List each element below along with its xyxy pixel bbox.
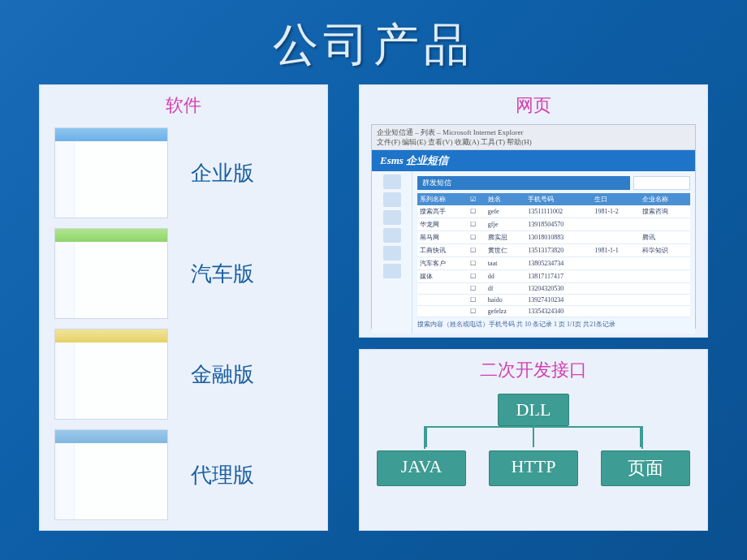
software-label-finance: 金融版: [191, 360, 254, 389]
table-row: 华龙网☐gfje13918504570: [417, 218, 690, 231]
web-panel: 网页 企业短信通 – 列表 – Microsoft Internet Explo…: [359, 84, 708, 338]
table-row: 黑马网☐腾实思13018010883腾讯: [417, 231, 690, 244]
sdk-node-java: JAVA: [377, 450, 466, 486]
sidebar-icon: [383, 228, 401, 243]
table-footer: 搜索内容（姓名或电话）手机号码 共 10 条记录 1 页 1/1页 共21条记录: [417, 320, 690, 329]
table-row: 媒体☐dd13817117417: [417, 270, 690, 283]
software-label-car: 汽车版: [191, 260, 254, 288]
th: ☑: [468, 193, 485, 205]
sidebar-icon: [383, 210, 401, 225]
th: 姓名: [486, 193, 525, 205]
section-box: [633, 176, 690, 190]
software-row-agent: 代理版: [51, 429, 316, 520]
software-thumb-car: [54, 228, 168, 319]
software-heading: 软件: [51, 93, 316, 118]
sidebar-icon: [383, 246, 401, 261]
software-thumb-enterprise: [54, 127, 168, 218]
software-thumb-agent: [54, 429, 168, 520]
web-sidebar: [372, 171, 412, 334]
web-brand: Esms 企业短信: [372, 150, 695, 171]
software-row-car: 汽车版: [51, 228, 316, 319]
web-heading: 网页: [371, 93, 696, 118]
right-column: 网页 企业短信通 – 列表 – Microsoft Internet Explo…: [359, 84, 708, 531]
th: 企业名称: [640, 193, 691, 205]
table-row: ☐df13204320530: [417, 283, 690, 295]
sdk-heading: 二次开发接口: [371, 358, 696, 382]
th: 手机号码: [525, 193, 592, 205]
browser-title: 企业短信通 – 列表 – Microsoft Internet Explorer: [377, 127, 690, 137]
web-screenshot: 企业短信通 – 列表 – Microsoft Internet Explorer…: [371, 124, 696, 329]
software-label-agent: 代理版: [191, 461, 254, 489]
section-label: 群发短信: [417, 176, 630, 190]
th: 系列名称: [417, 193, 468, 205]
software-row-finance: 金融版: [51, 329, 316, 420]
slide-title: 公司产品: [0, 0, 747, 76]
software-panel: 软件 企业版 汽车版 金融版: [39, 84, 328, 531]
sidebar-icon: [383, 264, 401, 278]
software-label-enterprise: 企业版: [191, 159, 254, 187]
content-columns: 软件 企业版 汽车版 金融版: [0, 76, 747, 531]
table-row: 工商快讯☐黄世仁135131738201981-1-1科学知识: [417, 244, 690, 257]
tree-connector: [424, 426, 643, 449]
web-main: 群发短信 系列名称 ☑ 姓名 手机号码 生日 企业名称: [412, 171, 695, 334]
sidebar-icon: [383, 174, 401, 189]
web-data-table: 系列名称 ☑ 姓名 手机号码 生日 企业名称 搜索高手☐gefe13511111…: [417, 193, 690, 317]
browser-toolbar: 文件(F) 编辑(E) 查看(V) 收藏(A) 工具(T) 帮助(H): [377, 137, 690, 147]
sdk-node-http: HTTP: [489, 450, 578, 486]
table-row: 搜索高手☐gefe135111110021981-1-2搜索咨询: [417, 205, 690, 218]
left-column: 软件 企业版 汽车版 金融版: [39, 84, 328, 531]
table-row: 汽车客户☐taat13805234734: [417, 257, 690, 270]
sdk-tree: DLL JAVA HTTP 页面: [371, 389, 696, 502]
table-row: ☐haido13927410234: [417, 295, 690, 306]
th: 生日: [592, 193, 639, 205]
software-row-enterprise: 企业版: [51, 127, 316, 218]
sdk-panel: 二次开发接口 DLL JAVA HTTP 页面: [359, 349, 708, 531]
software-thumb-finance: [54, 329, 168, 420]
browser-chrome: 企业短信通 – 列表 – Microsoft Internet Explorer…: [372, 125, 695, 150]
sidebar-icon: [383, 192, 401, 207]
sdk-node-page: 页面: [601, 450, 690, 486]
table-row: ☐gefelzz13354324340: [417, 306, 690, 317]
